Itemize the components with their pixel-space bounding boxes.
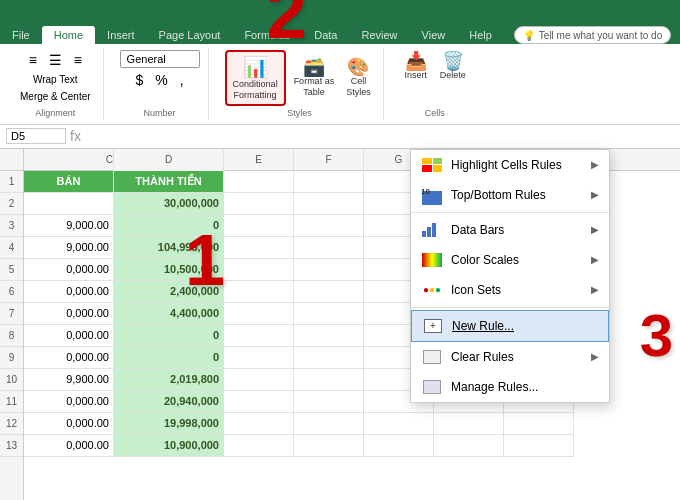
row-header-6: 6: [0, 281, 23, 303]
conditional-formatting-dropdown: Highlight Cells Rules ▶ 10 Top/Bottom Ru…: [410, 149, 610, 403]
ribbon-header: [0, 0, 680, 26]
clearrules-label: Clear Rules: [451, 350, 583, 364]
cell-c2[interactable]: [24, 193, 114, 215]
cell-d12[interactable]: 19,998,000: [114, 413, 224, 435]
label-2: 2: [267, 0, 307, 54]
tab-page-layout[interactable]: Page Layout: [147, 26, 233, 44]
tab-view[interactable]: View: [410, 26, 458, 44]
cell-c11[interactable]: 0,000.00: [24, 391, 114, 413]
delete-icon: 🗑️: [442, 52, 464, 70]
colorscales-icon: [421, 252, 443, 268]
ribbon-group-styles: 📊 Conditional Formatting 2 🗃️ Format as …: [217, 48, 384, 120]
dropdown-item-topbottom[interactable]: 10 Top/Bottom Rules ▶: [411, 180, 609, 210]
cell-c9[interactable]: 0,000.00: [24, 347, 114, 369]
alignment-row2: Wrap Text: [29, 72, 82, 87]
cell-f8: [294, 325, 364, 347]
cell-h12: [434, 413, 504, 435]
header-f: [294, 171, 364, 193]
cell-h13: [434, 435, 504, 457]
tab-home[interactable]: Home: [42, 26, 95, 44]
highlight-arrow: ▶: [591, 159, 599, 170]
cell-f5: [294, 259, 364, 281]
newrule-label: New Rule...: [452, 319, 598, 333]
dropdown-item-newrule[interactable]: + New Rule... 3: [411, 310, 609, 342]
cell-d11[interactable]: 20,940,000: [114, 391, 224, 413]
number-format-input[interactable]: [120, 50, 200, 68]
cf-label: Conditional Formatting: [233, 79, 278, 101]
cell-f11: [294, 391, 364, 413]
cell-e13: [224, 435, 294, 457]
wrap-text-btn[interactable]: Wrap Text: [29, 72, 82, 87]
delete-button[interactable]: 🗑️ Delete: [436, 50, 470, 83]
name-box[interactable]: D5: [6, 128, 66, 144]
alignment-row1: ≡ ☰ ≡: [25, 50, 86, 70]
cell-d7[interactable]: 4,400,000: [114, 303, 224, 325]
cell-g13: [364, 435, 434, 457]
col-header-c: C: [24, 149, 114, 171]
cell-c7[interactable]: 0,000.00: [24, 303, 114, 325]
row-header-10: 10: [0, 369, 23, 391]
ribbon-group-number: $ % , Number: [112, 48, 209, 120]
tell-me-bar[interactable]: 💡 Tell me what you want to do: [514, 26, 671, 44]
highlight-icon: [421, 157, 443, 173]
cell-c10[interactable]: 9,900.00: [24, 369, 114, 391]
cell-e3: [224, 215, 294, 237]
topbottom-icon: 10: [421, 187, 443, 203]
tab-insert[interactable]: Insert: [95, 26, 147, 44]
ribbon-group-cells: 📥 Insert 🗑️ Delete Cells: [392, 48, 478, 120]
topbottom-arrow: ▶: [591, 189, 599, 200]
col-header-spacer: [0, 149, 24, 170]
dropdown-item-iconsets[interactable]: ● ● ● Icon Sets ▶: [411, 275, 609, 305]
cell-styles-button[interactable]: 🎨 Cell Styles: [342, 56, 375, 100]
cell-d8[interactable]: 0: [114, 325, 224, 347]
comma-btn[interactable]: ,: [176, 70, 188, 90]
step-label-1: 1: [185, 219, 225, 301]
number-row2: $ % ,: [132, 70, 188, 90]
databars-icon: [421, 222, 443, 238]
cell-c13[interactable]: 0,000.00: [24, 435, 114, 457]
app-tabs: File Home Insert Page Layout Formulas Da…: [0, 26, 680, 44]
cell-d13[interactable]: 10,900,000: [114, 435, 224, 457]
cell-e12: [224, 413, 294, 435]
cell-d10[interactable]: 2,019,800: [114, 369, 224, 391]
row-header-3: 3: [0, 215, 23, 237]
conditional-formatting-button[interactable]: 📊 Conditional Formatting 2: [225, 50, 286, 106]
cell-c4[interactable]: 9,000.00: [24, 237, 114, 259]
ribbon-body: ≡ ☰ ≡ Wrap Text Merge & Center Alignment…: [0, 44, 680, 125]
percent-btn[interactable]: %: [151, 70, 171, 90]
cell-f13: [294, 435, 364, 457]
cell-d9[interactable]: 0: [114, 347, 224, 369]
managerules-label: Manage Rules...: [451, 380, 599, 394]
cell-l13: [504, 435, 574, 457]
cell-d2[interactable]: 30,000,000: [114, 193, 224, 215]
tab-file[interactable]: File: [0, 26, 42, 44]
align-center-icon[interactable]: ☰: [45, 50, 66, 70]
tab-review[interactable]: Review: [349, 26, 409, 44]
cell-e7: [224, 303, 294, 325]
dropdown-item-colorscales[interactable]: Color Scales ▶: [411, 245, 609, 275]
currency-btn[interactable]: $: [132, 70, 148, 90]
format-as-table-button[interactable]: 🗃️ Format as Table: [290, 56, 339, 100]
dropdown-item-managerules[interactable]: Manage Rules...: [411, 372, 609, 402]
align-left-icon[interactable]: ≡: [25, 50, 41, 70]
dropdown-item-databars[interactable]: Data Bars ▶: [411, 215, 609, 245]
cell-c3[interactable]: 9,000.00: [24, 215, 114, 237]
cell-c12[interactable]: 0,000.00: [24, 413, 114, 435]
alignment-label: Alignment: [35, 108, 75, 118]
cell-c6[interactable]: 0,000.00: [24, 281, 114, 303]
number-row1: [120, 50, 200, 68]
tab-help[interactable]: Help: [457, 26, 504, 44]
row-header-1: 1: [0, 171, 23, 193]
dropdown-item-highlight[interactable]: Highlight Cells Rules ▶: [411, 150, 609, 180]
align-right-icon[interactable]: ≡: [70, 50, 86, 70]
dropdown-item-clearrules[interactable]: Clear Rules ▶: [411, 342, 609, 372]
col-header-f: F: [294, 149, 364, 171]
insert-button[interactable]: 📥 Insert: [400, 50, 432, 83]
tab-data[interactable]: Data: [302, 26, 349, 44]
cell-c5[interactable]: 0,000.00: [24, 259, 114, 281]
merge-center-btn[interactable]: Merge & Center: [16, 89, 95, 104]
databars-label: Data Bars: [451, 223, 583, 237]
cell-f4: [294, 237, 364, 259]
cell-e11: [224, 391, 294, 413]
cell-c8[interactable]: 0,000.00: [24, 325, 114, 347]
